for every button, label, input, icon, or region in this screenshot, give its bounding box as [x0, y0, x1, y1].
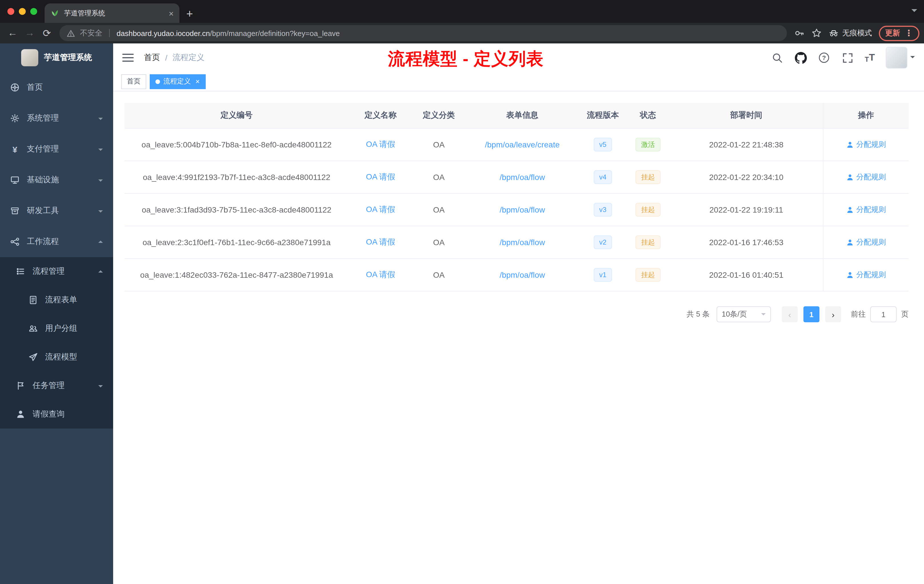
- sidebar-item-workflow[interactable]: 工作流程: [0, 226, 113, 257]
- person-icon: [846, 239, 853, 246]
- definition-name-link[interactable]: OA 请假: [366, 205, 396, 215]
- update-button[interactable]: 更新 ⋮: [879, 25, 919, 41]
- incognito-icon: [829, 28, 838, 38]
- sidebar-item-leave-query[interactable]: 请假查询: [0, 400, 113, 429]
- cell-version: v3: [579, 194, 626, 226]
- cell-form-info: /bpm/oa/flow: [465, 226, 579, 258]
- cell-definition-id: oa_leave:2:3c1f0ef1-76b1-11ec-9c66-a2380…: [125, 226, 348, 258]
- breadcrumb: 首页 / 流程定义: [144, 53, 205, 63]
- chevron-down-icon: [98, 179, 103, 184]
- fullscreen-icon[interactable]: [842, 51, 854, 64]
- password-key-icon[interactable]: [792, 25, 807, 41]
- back-button[interactable]: ←: [5, 25, 21, 41]
- hamburger-icon[interactable]: [122, 51, 135, 64]
- status-badge: 激活: [635, 138, 660, 152]
- table-row: oa_leave:4:991f2193-7b7f-11ec-a3c8-acde4…: [125, 161, 909, 194]
- new-tab-button[interactable]: +: [186, 8, 193, 20]
- sidebar-item-label: 任务管理: [33, 381, 64, 391]
- sidebar-item-process-form[interactable]: 流程表单: [0, 286, 113, 314]
- form-icon: [28, 295, 38, 305]
- assign-rule-button[interactable]: 分配规则: [846, 205, 886, 215]
- definition-name-link[interactable]: OA 请假: [366, 237, 396, 247]
- header-definition-name: 定义名称: [348, 103, 412, 128]
- navbar-actions: ? TT: [771, 47, 915, 69]
- window-chevron-icon[interactable]: [911, 9, 917, 15]
- status-badge: 挂起: [635, 268, 660, 282]
- sidebar-item-process-mgmt[interactable]: 流程管理: [0, 257, 113, 286]
- breadcrumb-home[interactable]: 首页: [144, 53, 160, 63]
- cell-definition-id: oa_leave:1:482ec033-762a-11ec-8477-a2380…: [125, 259, 348, 291]
- address-bar[interactable]: 不安全 dashboard.yudao.iocoder.cn/bpm/manag…: [59, 25, 787, 41]
- form-link[interactable]: /bpm/oa/flow: [500, 238, 545, 247]
- tag-label: 首页: [127, 77, 140, 86]
- header-version: 流程版本: [579, 103, 626, 128]
- sidebar-item-task-mgmt[interactable]: 任务管理: [0, 371, 113, 400]
- font-size-icon[interactable]: TT: [865, 52, 875, 63]
- form-link[interactable]: /bpm/oa/flow: [500, 173, 545, 182]
- cell-category: OA: [412, 259, 465, 291]
- github-icon[interactable]: [795, 51, 807, 64]
- cell-category: OA: [412, 194, 465, 226]
- definition-name-link[interactable]: OA 请假: [366, 172, 396, 182]
- browser-toolbar: ← → ⟳ 不安全 dashboard.yudao.iocoder.cn/bpm…: [0, 23, 924, 43]
- assign-rule-button[interactable]: 分配规则: [846, 237, 886, 247]
- sidebar-item-label: 研发工具: [27, 206, 59, 216]
- cell-deploy-time: 2022-01-16 01:40:51: [670, 259, 823, 291]
- next-page-button[interactable]: ›: [825, 306, 841, 322]
- assign-rule-button[interactable]: 分配规则: [846, 172, 886, 182]
- prev-page-button[interactable]: ‹: [782, 306, 798, 322]
- logo-title: 芋道管理系统: [44, 53, 92, 63]
- sidebar-item-payment[interactable]: ¥ 支付管理: [0, 134, 113, 165]
- table-row: oa_leave:5:004b710b-7b8a-11ec-8ef0-acde4…: [125, 129, 909, 161]
- assign-rule-label: 分配规则: [856, 270, 886, 280]
- page-size-select[interactable]: 10条/页: [716, 306, 771, 322]
- version-tag: v4: [594, 170, 612, 184]
- table-header-row: 定义编号 定义名称 定义分类 表单信息 流程版本 状态 部署时间 操作: [125, 103, 909, 129]
- sidebar-item-process-model[interactable]: 流程模型: [0, 343, 113, 371]
- security-label[interactable]: 不安全: [80, 28, 102, 38]
- form-link[interactable]: /bpm/oa/flow: [500, 270, 545, 279]
- forward-button[interactable]: →: [22, 25, 38, 41]
- goto-page-input[interactable]: [870, 306, 897, 322]
- tag-home[interactable]: 首页: [121, 74, 146, 89]
- goto-page: 前往 页: [851, 306, 909, 322]
- reload-button[interactable]: ⟳: [39, 25, 55, 41]
- form-link[interactable]: /bpm/oa/leave/create: [485, 140, 560, 149]
- close-window-button[interactable]: [7, 8, 14, 15]
- sidebar-item-user-group[interactable]: 用户分组: [0, 314, 113, 343]
- sidebar-item-devtools[interactable]: 研发工具: [0, 195, 113, 226]
- assign-rule-button[interactable]: 分配规则: [846, 270, 886, 280]
- menu-dots-icon[interactable]: ⋮: [904, 28, 913, 38]
- page-annotation: 流程模型 - 定义列表: [388, 48, 543, 71]
- table-row: oa_leave:2:3c1f0ef1-76b1-11ec-9c66-a2380…: [125, 226, 909, 259]
- breadcrumb-current: 流程定义: [173, 53, 205, 63]
- definition-name-link[interactable]: OA 请假: [366, 139, 396, 150]
- form-link[interactable]: /bpm/oa/flow: [500, 205, 545, 214]
- cell-category: OA: [412, 226, 465, 258]
- help-icon[interactable]: ?: [818, 51, 831, 64]
- url-text[interactable]: dashboard.yudao.iocoder.cn/bpm/manager/d…: [117, 29, 340, 38]
- goto-label: 前往: [851, 309, 866, 319]
- search-icon[interactable]: [771, 51, 784, 64]
- definition-name-link[interactable]: OA 请假: [366, 270, 396, 280]
- sidebar-item-system[interactable]: 系统管理: [0, 103, 113, 134]
- minimize-window-button[interactable]: [19, 8, 26, 15]
- tag-current[interactable]: 流程定义 ×: [150, 74, 205, 89]
- cell-actions: 分配规则: [823, 259, 909, 291]
- security-warning-icon[interactable]: [66, 28, 76, 38]
- browser-tab[interactable]: 芋道管理系统 ×: [45, 3, 180, 23]
- avatar[interactable]: [886, 47, 908, 69]
- sidebar-item-infra[interactable]: 基础设施: [0, 165, 113, 195]
- page-number-button[interactable]: 1: [804, 306, 819, 322]
- user-menu[interactable]: [886, 47, 915, 69]
- sidebar-item-home[interactable]: 首页: [0, 72, 113, 103]
- assign-rule-button[interactable]: 分配规则: [846, 139, 886, 150]
- maximize-window-button[interactable]: [30, 8, 37, 15]
- sidebar-logo[interactable]: 芋道管理系统: [0, 43, 113, 72]
- cell-deploy-time: 2022-01-16 17:46:53: [670, 226, 823, 258]
- tab-close-icon[interactable]: ×: [168, 9, 174, 17]
- bookmark-star-icon[interactable]: [808, 25, 825, 41]
- list-icon: [16, 267, 25, 276]
- tag-close-icon[interactable]: ×: [195, 78, 200, 85]
- browser-window: 芋道管理系统 × + ← → ⟳ 不安全 dashboard.yudao.ioc…: [0, 0, 924, 584]
